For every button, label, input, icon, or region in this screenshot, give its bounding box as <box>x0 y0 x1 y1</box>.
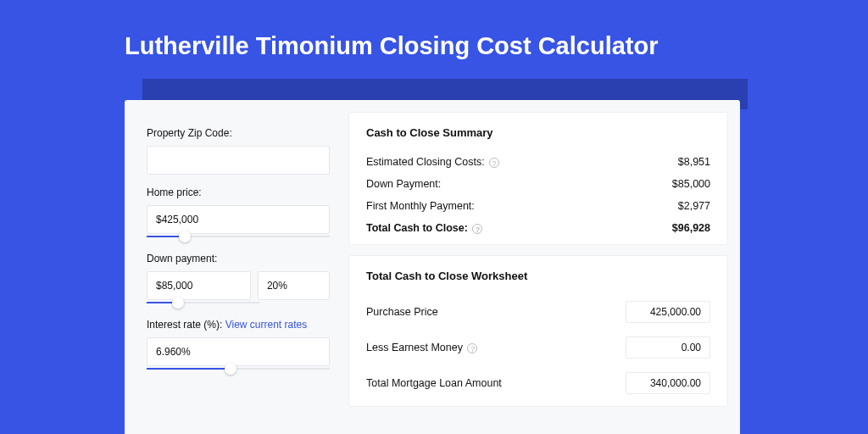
slider-thumb[interactable] <box>172 297 184 309</box>
interest-field: Interest rate (%): View current rates <box>147 319 330 373</box>
help-icon[interactable]: ? <box>489 158 499 168</box>
interest-input[interactable] <box>156 346 320 358</box>
summary-row-label: Down Payment: <box>366 178 441 190</box>
summary-row-label: First Monthly Payment: <box>366 200 475 212</box>
zip-input-wrap[interactable] <box>147 146 330 175</box>
summary-total-row: Total Cash to Close: ? $96,928 <box>366 217 710 239</box>
page-title: Lutherville Timonium Closing Cost Calcul… <box>0 0 868 60</box>
worksheet-row: Total Mortgage Loan Amount340,000.00 <box>366 365 710 401</box>
summary-heading: Cash to Close Summary <box>366 126 710 139</box>
worksheet-heading: Total Cash to Close Worksheet <box>366 270 710 282</box>
summary-row-value: $2,977 <box>678 200 710 212</box>
view-rates-link[interactable]: View current rates <box>225 319 308 331</box>
slider-thumb[interactable] <box>225 363 236 375</box>
calculator-card: Property Zip Code: Home price: Down paym… <box>125 100 740 434</box>
down-payment-label: Down payment: <box>147 253 330 264</box>
zip-field: Property Zip Code: <box>147 127 330 175</box>
zip-label: Property Zip Code: <box>147 127 330 139</box>
home-price-field: Home price: <box>147 186 330 241</box>
worksheet-row-label: Total Mortgage Loan Amount <box>366 377 502 389</box>
zip-input[interactable] <box>156 154 320 166</box>
worksheet-row-value[interactable]: 340,000.00 <box>626 372 710 394</box>
down-payment-field: Down payment: <box>147 253 330 307</box>
summary-row-value: $85,000 <box>672 178 710 190</box>
worksheet-row-label: Less Earnest Money ? <box>366 342 477 353</box>
down-payment-pct-wrap[interactable] <box>258 271 330 300</box>
interest-input-wrap[interactable] <box>147 337 330 366</box>
home-price-label: Home price: <box>147 186 330 198</box>
worksheet-row: Less Earnest Money ?0.00 <box>366 330 710 365</box>
home-price-input-wrap[interactable] <box>147 205 330 234</box>
summary-row: Estimated Closing Costs: ?$8,951 <box>366 151 710 173</box>
summary-total-value: $96,928 <box>672 222 710 234</box>
results-column: Cash to Close Summary Estimated Closing … <box>348 100 740 434</box>
help-icon[interactable]: ? <box>472 224 482 234</box>
summary-row-value: $8,951 <box>678 156 710 168</box>
inputs-column: Property Zip Code: Home price: Down paym… <box>125 100 348 434</box>
worksheet-row: Purchase Price425,000.00 <box>366 294 710 330</box>
help-icon[interactable]: ? <box>467 343 477 353</box>
summary-panel: Cash to Close Summary Estimated Closing … <box>348 112 728 245</box>
home-price-slider[interactable] <box>147 232 330 241</box>
worksheet-row-label: Purchase Price <box>366 306 438 318</box>
summary-row: First Monthly Payment:$2,977 <box>366 195 710 217</box>
summary-row: Down Payment:$85,000 <box>366 173 710 195</box>
down-payment-slider[interactable] <box>147 298 260 307</box>
down-payment-pct-input[interactable] <box>267 280 320 292</box>
interest-label-text: Interest rate (%): <box>147 319 222 331</box>
interest-slider[interactable] <box>147 364 330 373</box>
home-price-input[interactable] <box>156 214 320 225</box>
worksheet-panel: Total Cash to Close Worksheet Purchase P… <box>348 255 728 407</box>
worksheet-row-value[interactable]: 0.00 <box>626 337 710 359</box>
worksheet-row-value[interactable]: 425,000.00 <box>626 301 710 323</box>
interest-label: Interest rate (%): View current rates <box>147 319 330 331</box>
slider-thumb[interactable] <box>179 231 191 242</box>
summary-total-label: Total Cash to Close: <box>366 222 468 234</box>
summary-row-label: Estimated Closing Costs: ? <box>366 156 499 168</box>
down-payment-input[interactable] <box>156 280 242 292</box>
down-payment-input-wrap[interactable] <box>147 271 251 300</box>
